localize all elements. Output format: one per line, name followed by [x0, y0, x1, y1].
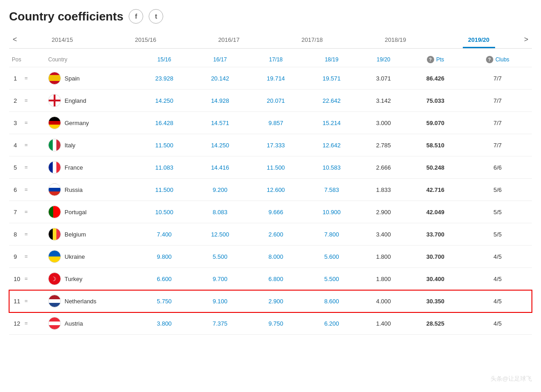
cell-y1516: 9.800	[136, 246, 192, 268]
flag-turkey	[48, 272, 61, 285]
prev-arrow[interactable]: <	[9, 31, 20, 48]
cell-y1920: 2.666	[360, 156, 408, 179]
country-name: France	[65, 164, 83, 171]
cell-y1516: 11.083	[136, 156, 192, 179]
table-row: 9 = Ukraine 9.800 5.500 8.000 5.600 1.80…	[9, 246, 532, 268]
cell-y1920: 3.071	[360, 67, 408, 90]
cell-country: Netherlands	[45, 290, 136, 312]
cell-pts: 33.700	[407, 223, 463, 246]
next-arrow[interactable]: >	[521, 31, 532, 48]
pos-number: 9	[14, 253, 23, 260]
cell-y1516: 14.250	[136, 90, 192, 112]
year-tab-201415[interactable]: 2014/15	[46, 32, 78, 48]
pts-info-icon[interactable]: ?	[427, 56, 434, 63]
pos-number: 12	[14, 320, 23, 327]
cell-y1819: 10.583	[304, 156, 360, 179]
cell-clubs: 5/5	[463, 201, 532, 223]
cell-pos: 11 =	[9, 290, 45, 312]
country-name: Italy	[65, 142, 75, 149]
pos-eq: =	[25, 209, 28, 215]
pos-eq: =	[25, 120, 28, 126]
cell-pts: 59.070	[407, 112, 463, 134]
cell-clubs: 7/7	[463, 67, 532, 90]
clubs-info-icon[interactable]: ?	[486, 56, 493, 63]
year-nav: < 2014/152015/162016/172017/182018/19201…	[9, 31, 532, 49]
flag-france	[48, 161, 61, 174]
table-container: Pos Country 15/16 16/17 17/18	[9, 52, 532, 335]
table-row: 7 = Portugal 10.500 8.083 9.666 10.900 2…	[9, 201, 532, 223]
cell-y1617: 7.375	[192, 312, 248, 335]
cell-y1516: 3.800	[136, 312, 192, 335]
page-header: Country coefficients f t	[9, 9, 532, 24]
pos-eq: =	[25, 75, 28, 81]
cell-country: Ukraine	[45, 246, 136, 268]
cell-y1920: 2.785	[360, 134, 408, 156]
cell-y1617: 14.571	[192, 112, 248, 134]
cell-country: England	[45, 90, 136, 112]
cell-clubs: 4/5	[463, 312, 532, 335]
cell-y1617: 14.416	[192, 156, 248, 179]
cell-clubs: 6/6	[463, 156, 532, 179]
pos-number: 11	[14, 298, 23, 305]
cell-y1516: 11.500	[136, 179, 192, 201]
year-tab-201617[interactable]: 2016/17	[213, 32, 245, 48]
cell-pos: 12 =	[9, 312, 45, 335]
cell-y1617: 8.083	[192, 201, 248, 223]
pos-eq: =	[25, 298, 28, 304]
cell-y1718: 2.600	[248, 223, 304, 246]
pos-number: 10	[14, 276, 23, 282]
pos-number: 7	[14, 209, 23, 216]
cell-pts: 30.700	[407, 246, 463, 268]
coefficients-table: Pos Country 15/16 16/17 17/18	[9, 52, 532, 335]
pos-number: 8	[14, 231, 23, 238]
cell-y1617: 14.928	[192, 90, 248, 112]
flag-netherlands	[48, 295, 61, 307]
cell-country: Belgium	[45, 223, 136, 246]
cell-clubs: 7/7	[463, 134, 532, 156]
cell-y1617: 9.700	[192, 268, 248, 290]
cell-y1920: 3.000	[360, 112, 408, 134]
cell-y1920: 1.800	[360, 246, 408, 268]
pos-eq: =	[25, 276, 28, 282]
cell-y1819: 22.642	[304, 90, 360, 112]
twitter-btn[interactable]: t	[149, 9, 163, 24]
year-tab-201718[interactable]: 2017/18	[296, 32, 328, 48]
cell-y1819: 5.500	[304, 268, 360, 290]
table-row: 4 = Italy 11.500 14.250 17.333 12.642 2.…	[9, 134, 532, 156]
cell-y1920: 1.800	[360, 268, 408, 290]
pos-eq: =	[25, 231, 28, 237]
cell-y1718: 8.000	[248, 246, 304, 268]
country-name: Belgium	[65, 231, 86, 238]
col-clubs: ? Clubs	[463, 52, 532, 67]
cell-y1819: 19.571	[304, 67, 360, 90]
year-tab-201516[interactable]: 2015/16	[130, 32, 162, 48]
flag-england	[48, 94, 61, 107]
cell-y1819: 8.600	[304, 290, 360, 312]
cell-y1617: 12.500	[192, 223, 248, 246]
year-tab-201920[interactable]: 2019/20	[463, 32, 495, 48]
year-tab-201819[interactable]: 2018/19	[379, 32, 411, 48]
cell-pos: 2 =	[9, 90, 45, 112]
country-name: Turkey	[65, 276, 82, 282]
flag-germany	[48, 116, 61, 129]
cell-pts: 42.049	[407, 201, 463, 223]
cell-y1718: 19.714	[248, 67, 304, 90]
pos-number: 6	[14, 186, 23, 193]
cell-y1718: 11.500	[248, 156, 304, 179]
pos-eq: =	[25, 142, 28, 148]
cell-y1718: 12.600	[248, 179, 304, 201]
col-y1920: 19/20	[360, 52, 408, 67]
flag-italy	[48, 139, 61, 151]
cell-y1516: 23.928	[136, 67, 192, 90]
cell-y1617: 20.142	[192, 67, 248, 90]
flag-ukraine	[48, 250, 61, 263]
country-name: Spain	[65, 75, 80, 82]
cell-clubs: 5/5	[463, 223, 532, 246]
cell-pos: 7 =	[9, 201, 45, 223]
cell-clubs: 5/6	[463, 179, 532, 201]
facebook-btn[interactable]: f	[129, 9, 143, 24]
cell-pts: 75.033	[407, 90, 463, 112]
cell-y1718: 6.800	[248, 268, 304, 290]
cell-pos: 6 =	[9, 179, 45, 201]
cell-pts: 50.248	[407, 156, 463, 179]
